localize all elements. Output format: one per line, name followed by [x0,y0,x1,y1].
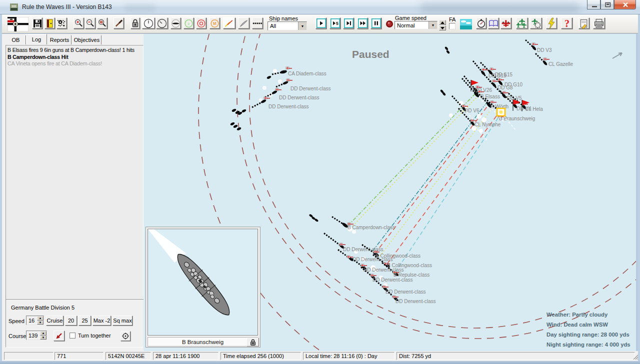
svg-text:DD Derwent-class: DD Derwent-class [364,267,404,273]
svg-text:DD Derwent-class: DD Derwent-class [343,247,384,252]
svg-text:DD V3: DD V3 [537,47,552,53]
svg-text:DD S15: DD S15 [495,72,512,77]
svg-text:Day sighting range: 28 000 yds: Day sighting range: 28 000 yds [546,332,630,338]
svg-text:Paused: Paused [352,48,390,60]
svg-text:DD Derwent-class: DD Derwent-class [279,95,320,100]
svg-text:M: M [213,21,216,26]
svg-text:CL Hela: CL Hela [525,106,543,112]
svg-text:B Collingwood-class: B Collingwood-class [376,253,420,259]
svg-text:Weather: Partly cloudy: Weather: Partly cloudy [546,312,608,318]
svg-text:?: ? [564,18,570,29]
svg-text:c: c [188,21,190,25]
svg-text:DD Derwent-class: DD Derwent-class [268,104,309,109]
svg-text:5: 5 [336,21,338,26]
svg-text:DD Derwent-class: DD Derwent-class [396,299,436,304]
svg-text:Wind: Dead calm WSW: Wind: Dead calm WSW [546,322,608,328]
svg-text:CL Nymphe: CL Nymphe [474,122,501,127]
svg-text:Night sighting range: 4 000 yd: Night sighting range: 4 000 yds [546,342,630,348]
svg-text:B Camperdown-class: B Camperdown-class [348,225,395,230]
svg-text:DD Derwent-class: DD Derwent-class [386,289,426,295]
svg-text:DD Derwent-class: DD Derwent-class [372,277,413,283]
svg-text:DD G8: DD G8 [498,85,513,90]
svg-text:DD Derwent-class: DD Derwent-class [290,86,331,91]
svg-text:CL Gazelle: CL Gazelle [548,61,574,67]
svg-text:CA Diadem-class: CA Diadem-class [288,71,326,76]
